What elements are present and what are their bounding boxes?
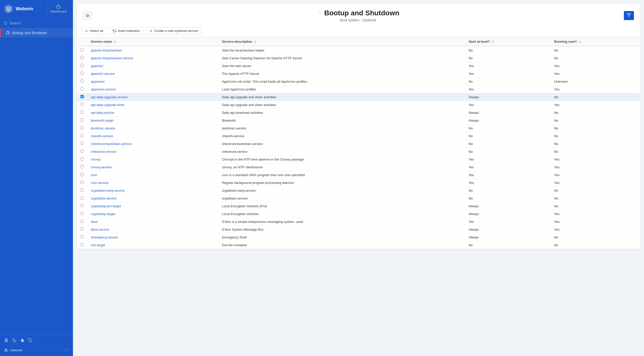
service-name-link[interactable]: bootmisc.service: [91, 126, 115, 130]
running-now-cell: No: [551, 124, 640, 132]
service-name-cell: apt-daily-upgrade.timer: [87, 101, 218, 109]
sidebar-item-bootup[interactable]: Bootup and Shutdown: [0, 28, 73, 37]
service-name-link[interactable]: chrony.service: [91, 165, 112, 169]
svg-line-2: [6, 24, 7, 25]
pause-icon-btn[interactable]: [4, 338, 9, 343]
row-checkbox[interactable]: [80, 79, 84, 83]
create-service-button[interactable]: Create a new systemd service: [145, 27, 202, 34]
start-at-boot-cell: No: [465, 46, 551, 54]
svg-marker-9: [627, 14, 630, 17]
th-start-at-boot[interactable]: Start at boot? ⇅: [465, 37, 551, 46]
th-running-now[interactable]: Running now? ⇅: [551, 37, 640, 46]
row-checkbox[interactable]: [80, 111, 84, 114]
th-service-description[interactable]: Service description ⇅: [218, 37, 465, 46]
service-name-cell: cron: [87, 171, 218, 179]
service-name-link[interactable]: apparmor: [91, 80, 105, 83]
row-checkbox[interactable]: [80, 95, 84, 98]
service-name-link[interactable]: apache2.service: [91, 72, 115, 76]
th-service-name[interactable]: Service name ⇅: [87, 37, 218, 46]
service-name-cell: apache-htcacheclean.service: [87, 54, 218, 62]
row-checkbox[interactable]: [80, 212, 84, 215]
row-checkbox[interactable]: [80, 126, 84, 129]
svg-marker-5: [21, 339, 24, 342]
service-name-link[interactable]: apparmor.service: [91, 87, 116, 91]
start-at-boot-cell: Yes: [465, 62, 551, 70]
search-box[interactable]: [0, 18, 73, 28]
puzzle-icon-btn[interactable]: [28, 338, 33, 343]
service-description-cell: cron is a standard UNIX program that run…: [218, 171, 465, 179]
row-checkbox[interactable]: [80, 118, 84, 122]
running-now-cell: Yes: [551, 171, 640, 179]
service-name-link[interactable]: cryptsetup.target: [91, 212, 115, 216]
row-checkbox-cell: [77, 233, 87, 241]
row-checkbox[interactable]: [80, 243, 84, 246]
service-name-link[interactable]: dbus: [91, 220, 98, 224]
service-description-cell: AppArmor init script. This script loads …: [218, 78, 465, 85]
table-row: apache-htcacheclean.serviceDisk Cache Cl…: [77, 54, 640, 62]
table-row: cryptsetup.targetLocal Encrypted Volumes…: [77, 210, 640, 218]
row-checkbox[interactable]: [80, 196, 84, 199]
service-name-cell: checkroot-bootclean.service: [87, 140, 218, 148]
start-at-boot-cell: No: [465, 54, 551, 62]
row-checkbox[interactable]: [80, 56, 84, 59]
row-checkbox[interactable]: [80, 149, 84, 153]
service-name-link[interactable]: bluetooth.target: [91, 119, 113, 122]
service-name-link[interactable]: emergency.service: [91, 235, 118, 239]
row-checkbox[interactable]: [80, 87, 84, 90]
service-name-link[interactable]: cron: [91, 173, 97, 177]
service-description-cell: Start the htcacheclean helper: [218, 46, 465, 54]
service-name-link[interactable]: checkroot.service: [91, 150, 116, 154]
service-name-link[interactable]: apache-htcacheclean: [91, 48, 122, 52]
row-checkbox[interactable]: [80, 204, 84, 207]
row-checkbox[interactable]: [80, 188, 84, 192]
service-name-link[interactable]: exit.target: [91, 243, 105, 247]
service-description-cell: Local Encrypted Volumes: [218, 210, 465, 218]
settings-button[interactable]: ⚙: [83, 12, 92, 20]
star-icon-btn[interactable]: [20, 338, 25, 343]
logout-button[interactable]: [65, 348, 69, 352]
favorite-star-icon[interactable]: ☆: [317, 10, 322, 16]
row-checkbox[interactable]: [80, 103, 84, 106]
service-name-link[interactable]: apt-daily.service: [91, 111, 114, 115]
row-checkbox[interactable]: [80, 72, 84, 75]
webmin-logo[interactable]: Webmin: [4, 5, 33, 14]
row-checkbox[interactable]: [80, 142, 84, 145]
service-name-link[interactable]: cryptdisks.service: [91, 196, 117, 200]
service-name-link[interactable]: apt-daily-upgrade.timer: [91, 103, 125, 107]
service-name-link[interactable]: cron.service: [91, 181, 108, 185]
select-all-button[interactable]: Select all: [81, 27, 107, 34]
search-input[interactable]: [10, 21, 69, 25]
row-checkbox[interactable]: [80, 227, 84, 231]
sidebar-item-bootup-label: Bootup and Shutdown: [12, 31, 47, 35]
moon-icon-btn[interactable]: [12, 338, 17, 343]
row-checkbox[interactable]: [80, 173, 84, 176]
service-name-link[interactable]: apache2: [91, 64, 103, 68]
row-checkbox[interactable]: [80, 181, 84, 184]
dashboard-button[interactable]: Dashboard: [48, 4, 69, 14]
row-checkbox[interactable]: [80, 134, 84, 137]
row-checkbox[interactable]: [80, 165, 84, 168]
service-description-cell: Local Encrypted Volumes (Pre): [218, 202, 465, 210]
sidebar-header: Webmin Dashboard: [0, 0, 73, 18]
filter-button[interactable]: [624, 11, 634, 20]
content-area: ⚙ ☆ Bootup and Shutdown Boot system : Sy…: [73, 0, 644, 356]
start-at-boot-cell: No: [465, 78, 551, 85]
service-name-link[interactable]: cryptdisks-early.service: [91, 189, 125, 192]
service-name-link[interactable]: chrony: [91, 158, 101, 161]
service-name-link[interactable]: checkfs.service: [91, 134, 113, 138]
row-checkbox[interactable]: [80, 220, 84, 223]
invert-selection-button[interactable]: Invert selection: [109, 27, 143, 34]
service-name-link[interactable]: apache-htcacheclean.service: [91, 56, 133, 60]
service-name-link[interactable]: apt-daily-upgrade.service: [91, 95, 128, 99]
service-name-link[interactable]: checkroot-bootclean.service: [91, 142, 132, 146]
row-checkbox[interactable]: [80, 64, 84, 67]
service-name-cell: cron.service: [87, 179, 218, 187]
service-name-link[interactable]: dbus.service: [91, 228, 109, 231]
main-panel: ⚙ ☆ Bootup and Shutdown Boot system : Sy…: [77, 4, 640, 249]
row-checkbox[interactable]: [80, 48, 84, 52]
sort-arrows-name: ⇅: [114, 40, 116, 43]
table-row: chrony.servicechrony, an NTP client/serv…: [77, 163, 640, 171]
row-checkbox[interactable]: [80, 157, 84, 161]
service-name-link[interactable]: cryptsetup-pre.target: [91, 204, 121, 208]
row-checkbox[interactable]: [80, 235, 84, 238]
